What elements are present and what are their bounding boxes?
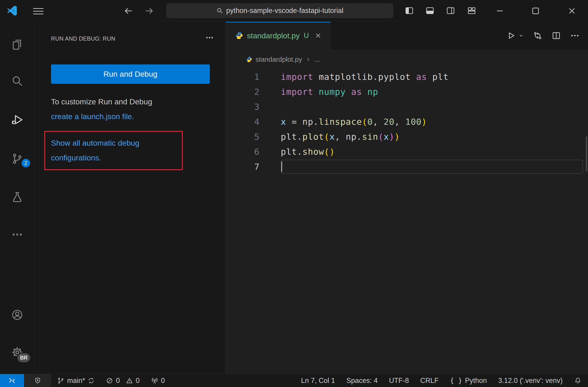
window-minimize-button[interactable] [495,6,505,16]
testing-view-button[interactable] [0,190,34,204]
tab-bar: standardplot.py U [226,22,588,49]
create-launch-json-link[interactable]: create a launch.json file. [51,112,134,121]
beaker-icon [11,191,23,203]
text-cursor [281,162,282,172]
warning-count: 0 [136,377,140,385]
open-changes-button[interactable] [533,31,543,41]
code-line[interactable]: 2import numpy as np [226,84,588,99]
close-icon [567,6,577,16]
chevron-right-icon [305,57,311,62]
current-line-highlight [281,160,583,174]
run-python-file-button[interactable] [506,31,516,41]
toggle-panel-button[interactable] [425,6,435,15]
git-untracked-indicator: U [304,32,309,40]
search-view-button[interactable] [0,74,34,88]
customize-layout-icon [467,6,476,15]
braces-icon: { } [450,377,462,385]
indentation-status[interactable]: Spaces: 4 [346,377,378,385]
views-and-more-actions-button[interactable] [205,33,214,42]
python-interpreter-status[interactable]: 3.12.0 ('.venv': venv) [498,377,563,385]
tab-standardplot-py[interactable]: standardplot.py U [226,22,331,49]
window-close-button[interactable] [567,6,577,16]
auto-debug-link-line2: configurations. [51,153,101,162]
code-line[interactable]: 3 [226,99,588,114]
python-file-icon [246,56,252,63]
breadcrumbs[interactable]: standardplot.py ... [226,49,588,69]
remote-indicator[interactable] [0,374,24,387]
status-bar: main* 0 0 0 Ln 7, Col 1 Spaces: 4 UTF-8 … [0,374,588,387]
chevron-down-icon [518,33,524,39]
editor-group: standardplot.py U [225,22,588,374]
cursor-position-status[interactable]: Ln 7, Col 1 [301,377,335,385]
customize-hint: To customize Run and Debug create a laun… [51,94,152,124]
layout-panel-bottom-icon [425,6,435,15]
profile-badge: BR [18,353,30,362]
run-options-dropdown-button[interactable] [518,33,524,39]
line-number: 4 [226,117,260,127]
code-line[interactable]: 7 [226,159,588,174]
editor-actions [506,22,580,49]
python-file-icon [235,32,243,40]
run-and-debug-icon [11,113,23,126]
breadcrumb-symbol[interactable]: ... [314,56,320,63]
layout-sidebar-right-icon [446,6,455,15]
line-number: 7 [226,162,260,172]
navigate-forward-button[interactable] [144,6,154,16]
additional-views-button[interactable] [0,228,34,241]
line-text: import matplotlib.pyplot as plt [281,72,449,82]
run-and-debug-view-button[interactable] [0,113,34,127]
show-auto-debug-configs-link[interactable]: Show all automatic debug configurations. [44,131,183,165]
code-line[interactable]: 5plt.plot(x, np.sin(x)) [226,129,588,144]
application-menu-button[interactable] [33,6,43,16]
more-actions-button[interactable] [570,31,580,41]
code-editor[interactable]: 1import matplotlib.pyplot as plt2import … [226,69,588,174]
close-tab-button[interactable] [314,32,322,40]
customize-layout-button[interactable] [467,6,476,15]
run-and-debug-panel: RUN AND DEBUG: RUN Run and Debug To cust… [35,22,225,374]
arrow-left-icon [123,6,133,16]
sync-icon [88,377,95,384]
window-maximize-button[interactable] [531,6,541,16]
vscode-logo-icon [7,5,17,16]
editor-scrollbar[interactable] [586,136,587,172]
command-center-search[interactable]: python-sample-vscode-fastapi-tutorial [167,3,393,18]
encoding-status[interactable]: UTF-8 [389,377,409,385]
eol-status[interactable]: CRLF [420,377,439,385]
line-text: plt.show() [281,147,335,157]
settings-gear-button[interactable]: BR [0,345,34,359]
ellipsis-icon [570,31,580,41]
ports-status[interactable]: 0 [151,374,165,387]
account-icon [11,308,23,321]
language-mode-status[interactable]: { } Python [450,377,487,385]
port-count: 0 [161,377,165,385]
split-editor-button[interactable] [551,31,561,41]
toggle-secondary-sidebar-button[interactable] [446,6,455,15]
tab-label: standardplot.py [247,31,300,40]
navigate-back-button[interactable] [123,6,133,16]
auto-debug-link-line1: Show all automatic debug [51,139,139,147]
arrow-right-icon [144,6,154,16]
run-icon [506,31,516,41]
hamburger-menu-icon [33,8,43,14]
notifications-bell-button[interactable] [574,377,582,385]
breadcrumb-file[interactable]: standardplot.py [255,56,302,63]
code-line[interactable]: 1import matplotlib.pyplot as plt [226,69,588,84]
run-and-debug-button[interactable]: Run and Debug [51,64,210,84]
code-line[interactable]: 4x = np.linspace(0, 20, 100) [226,114,588,129]
code-line[interactable]: 6plt.show() [226,144,588,159]
explorer-view-button[interactable] [0,38,34,51]
workspace-trust-indicator[interactable] [24,374,51,387]
line-number: 3 [226,102,260,112]
language-name: Python [465,377,487,385]
bell-icon [574,377,582,385]
radio-tower-icon [151,377,158,384]
toggle-primary-sidebar-button[interactable] [404,6,414,15]
files-icon [11,38,23,51]
auto-debug-config-area: Show all automatic debug configurations. [44,131,183,170]
accounts-button[interactable] [0,308,34,322]
activity-bar: 2 BR [0,22,35,374]
git-branch-status[interactable]: main* [57,374,95,387]
source-control-view-button[interactable]: 2 [0,152,34,166]
customize-text: To customize Run and Debug [51,97,152,106]
problems-status[interactable]: 0 0 [106,374,140,387]
